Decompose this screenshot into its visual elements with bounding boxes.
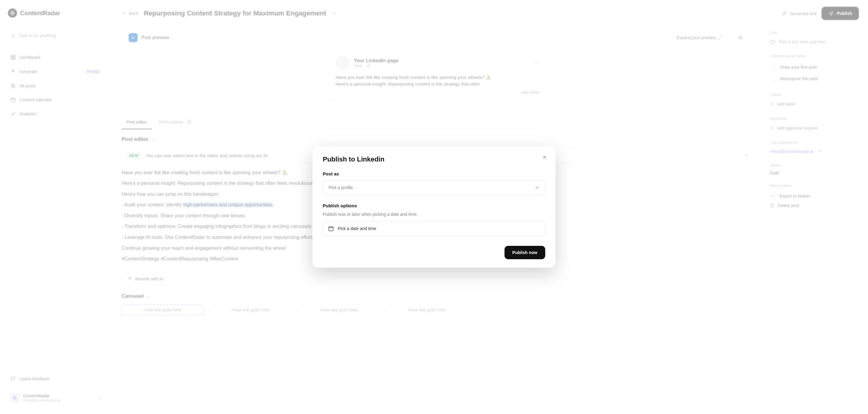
pick-datetime-label: Pick a date and time bbox=[338, 226, 376, 231]
modal-close-button[interactable] bbox=[540, 153, 549, 162]
publish-now-label: Publish now bbox=[513, 250, 537, 255]
svg-rect-24 bbox=[329, 227, 333, 231]
publish-options-sub: Publish now or later when picking a date… bbox=[323, 212, 545, 217]
pick-datetime-button[interactable]: Pick a date and time bbox=[323, 221, 545, 236]
publish-modal: Publish to Linkedin Post as Pick a profi… bbox=[312, 146, 556, 268]
calendar-icon bbox=[328, 226, 334, 232]
post-as-label: Post as bbox=[323, 171, 545, 176]
post-as-placeholder: Pick a profile bbox=[329, 185, 353, 190]
modal-backdrop[interactable]: Publish to Linkedin Post as Pick a profi… bbox=[0, 0, 868, 414]
post-as-select[interactable]: Pick a profile bbox=[323, 180, 545, 195]
close-icon bbox=[542, 155, 547, 159]
modal-title: Publish to Linkedin bbox=[323, 156, 545, 163]
publish-now-button[interactable]: Publish now bbox=[504, 246, 545, 259]
publish-options-label: Publish options bbox=[323, 203, 545, 208]
chevron-down-icon bbox=[535, 185, 539, 190]
